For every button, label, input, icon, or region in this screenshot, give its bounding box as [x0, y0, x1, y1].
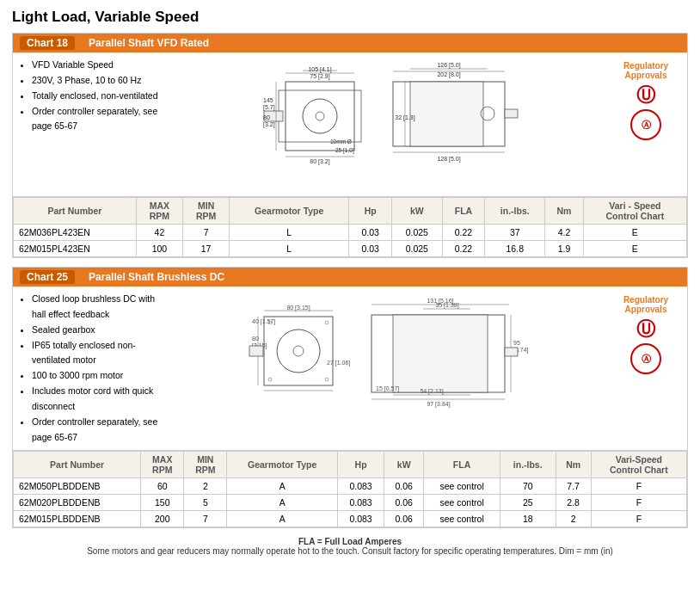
feature-item: Order controller separately, see page 65…: [32, 415, 166, 446]
svg-point-6: [303, 99, 337, 133]
cell-nm: 2.8: [556, 495, 591, 511]
chart-25-svg: 80 [3.15] 80 [3.15] 80 [3.15] 40 [1.57]: [247, 293, 531, 444]
csa-badge-25: Ⓐ: [630, 343, 661, 374]
cell-hp: 0.03: [349, 225, 392, 241]
cell-type: A: [227, 495, 338, 511]
feature-item: 100 to 3000 rpm motor: [32, 368, 166, 384]
col-header-chart: Vari - SpeedControl Chart: [583, 198, 686, 225]
table-row: 62M050PLBDDENB 60 2 A 0.083 0.06 see con…: [14, 478, 687, 495]
svg-text:75 [2.9]: 75 [2.9]: [310, 73, 329, 80]
cell-maxrpm: 60: [141, 478, 184, 495]
chart-25-title: Parallel Shaft Brushless DC: [89, 271, 224, 283]
approvals-title: Regulatory Approvals: [611, 61, 680, 80]
chart-25-diagram: 80 [3.15] 80 [3.15] 80 [3.15] 40 [1.57]: [173, 292, 605, 445]
svg-rect-52: [393, 315, 488, 392]
ul-badge: Ⓤ: [636, 85, 655, 106]
cell-partnumber: 62M015PLBDDENB: [14, 511, 141, 527]
cell-nm: 4.2: [545, 225, 584, 241]
cell-type: L: [230, 241, 349, 257]
cell-type: A: [227, 478, 338, 495]
col-header-partnumber: Part Number: [14, 452, 141, 478]
cell-hp: 0.083: [338, 511, 384, 527]
cell-chart: E: [583, 225, 686, 241]
cell-inlbs: 70: [500, 478, 556, 495]
cell-inlbs: 25: [500, 495, 556, 511]
col-header-type: Gearmotor Type: [227, 452, 338, 478]
svg-rect-32: [264, 317, 333, 385]
cell-chart: E: [583, 241, 686, 257]
table-row: 62M020PLBDDENB 150 5 A 0.083 0.06 see co…: [14, 495, 687, 511]
fla-label: FLA = Full Load Amperes: [298, 537, 402, 546]
ul-badge-25: Ⓤ: [636, 319, 655, 340]
svg-point-39: [293, 346, 304, 356]
cell-maxrpm: 100: [136, 241, 182, 257]
svg-text:10mm Ø: 10mm Ø: [330, 139, 352, 145]
svg-point-46: [325, 378, 329, 381]
svg-text:105 [4.1]: 105 [4.1]: [308, 66, 331, 73]
cell-chart: F: [591, 478, 686, 495]
col-header-chart: Vari-SpeedControl Chart: [591, 452, 686, 478]
feature-item: Closed loop brushless DC with hall effec…: [32, 292, 166, 323]
feature-item: 230V, 3 Phase, 10 to 60 Hz: [32, 73, 166, 89]
svg-text:97 [3.84]: 97 [3.84]: [427, 401, 450, 408]
cell-hp: 0.083: [338, 478, 384, 495]
svg-text:54 [2.13]: 54 [2.13]: [420, 388, 443, 395]
svg-text:[3.2]: [3.2]: [263, 121, 275, 128]
svg-text:80: 80: [252, 336, 259, 342]
cell-nm: 7.7: [556, 478, 591, 495]
feature-item: VFD Variable Speed: [32, 58, 166, 73]
chart-18-features: VFD Variable Speed 230V, 3 Phase, 10 to …: [20, 58, 166, 191]
feature-item: Order controller separately, see page 65…: [32, 104, 166, 135]
approvals-title-25: Regulatory Approvals: [611, 295, 680, 314]
cell-chart: F: [591, 511, 686, 527]
svg-text:15 [0.57]: 15 [0.57]: [376, 385, 399, 392]
cell-maxrpm: 200: [141, 511, 184, 527]
cell-minrpm: 2: [184, 478, 227, 495]
cell-fla: see control: [424, 495, 500, 511]
col-header-hp: Hp: [349, 198, 392, 225]
cell-hp: 0.083: [338, 495, 384, 511]
col-header-nm: Nm: [545, 198, 584, 225]
cell-maxrpm: 150: [141, 495, 184, 511]
cell-maxrpm: 42: [136, 225, 182, 241]
cell-partnumber: 62M050PLBDDENB: [14, 478, 141, 495]
chart-18-section: Chart 18 Parallel Shaft VFD Rated VFD Va…: [12, 33, 688, 258]
svg-point-7: [316, 112, 324, 120]
cell-inlbs: 18: [500, 511, 556, 527]
col-header-minrpm: MINRPM: [183, 198, 230, 225]
svg-text:145: 145: [263, 97, 273, 103]
svg-point-38: [277, 330, 320, 373]
feature-item: Totally enclosed, non-ventilated: [32, 89, 166, 104]
cell-partnumber: 62M020PLBDDENB: [14, 495, 141, 511]
chart-18-body: VFD Variable Speed 230V, 3 Phase, 10 to …: [13, 52, 687, 197]
cell-minrpm: 7: [183, 225, 230, 241]
cell-minrpm: 5: [184, 495, 227, 511]
col-header-inlbs: in.-lbs.: [485, 198, 545, 225]
cell-kw: 0.025: [392, 225, 443, 241]
chart-18-table: Part Number MAXRPM MINRPM Gearmotor Type…: [13, 197, 687, 257]
col-header-fla: FLA: [442, 198, 485, 225]
svg-text:80 [3.15]: 80 [3.15]: [286, 305, 310, 311]
svg-rect-5: [279, 90, 361, 142]
col-header-nm: Nm: [556, 452, 591, 478]
svg-text:95: 95: [513, 340, 520, 346]
svg-rect-40: [249, 346, 263, 356]
cell-fla: see control: [424, 478, 500, 495]
chart-25-approvals: Regulatory Approvals Ⓤ Ⓐ: [611, 292, 680, 445]
cell-minrpm: 17: [183, 241, 230, 257]
col-header-kw: kW: [392, 198, 443, 225]
svg-point-44: [325, 321, 329, 324]
chart-18-header: Chart 18 Parallel Shaft VFD Rated: [13, 34, 687, 52]
svg-text:202 [8.0]: 202 [8.0]: [437, 71, 460, 78]
col-header-hp: Hp: [338, 452, 384, 478]
cell-inlbs: 16.8: [485, 241, 545, 257]
cell-minrpm: 7: [184, 511, 227, 527]
chart-25-label: Chart 25: [20, 270, 75, 284]
cell-hp: 0.03: [349, 241, 392, 257]
cell-type: A: [227, 511, 338, 527]
chart-25-table: Part Number MAXRPM MINRPM Gearmotor Type…: [13, 451, 687, 527]
svg-rect-23: [410, 82, 483, 146]
svg-text:35 [1.38]: 35 [1.38]: [435, 302, 458, 309]
chart-18-title: Parallel Shaft VFD Rated: [89, 37, 209, 49]
cell-fla: 0.22: [442, 241, 485, 257]
